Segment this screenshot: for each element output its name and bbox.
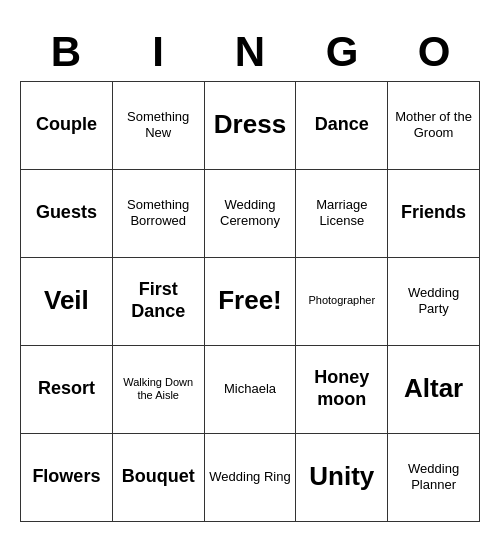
cell-text-21: Bouquet (122, 466, 195, 488)
bingo-cell-17: Michaela (205, 346, 297, 434)
bingo-letter-o: O (388, 23, 480, 81)
cell-text-2: Dress (214, 109, 286, 140)
bingo-letter-b: B (20, 23, 112, 81)
bingo-cell-19: Altar (388, 346, 480, 434)
cell-text-0: Couple (36, 114, 97, 136)
bingo-cell-3: Dance (296, 82, 388, 170)
cell-text-17: Michaela (224, 381, 276, 397)
cell-text-19: Altar (404, 373, 463, 404)
cell-text-12: Free! (218, 285, 282, 316)
bingo-cell-1: Something New (113, 82, 205, 170)
cell-text-11: First Dance (117, 279, 200, 322)
bingo-cell-20: Flowers (21, 434, 113, 522)
cell-text-18: Honey moon (300, 367, 383, 410)
bingo-letter-i: I (112, 23, 204, 81)
cell-text-16: Walking Down the Aisle (117, 376, 200, 402)
cell-text-24: Wedding Planner (392, 461, 475, 492)
bingo-cell-8: Marriage License (296, 170, 388, 258)
cell-text-5: Guests (36, 202, 97, 224)
cell-text-22: Wedding Ring (209, 469, 290, 485)
bingo-cell-14: Wedding Party (388, 258, 480, 346)
bingo-card: BINGO CoupleSomething NewDressDanceMothe… (10, 13, 490, 532)
cell-text-10: Veil (44, 285, 89, 316)
cell-text-23: Unity (309, 461, 374, 492)
bingo-cell-15: Resort (21, 346, 113, 434)
bingo-cell-21: Bouquet (113, 434, 205, 522)
cell-text-4: Mother of the Groom (392, 109, 475, 140)
bingo-cell-6: Something Borrowed (113, 170, 205, 258)
cell-text-13: Photographer (308, 294, 375, 307)
cell-text-9: Friends (401, 202, 466, 224)
bingo-cell-18: Honey moon (296, 346, 388, 434)
bingo-header: BINGO (20, 23, 480, 81)
bingo-letter-n: N (204, 23, 296, 81)
bingo-cell-2: Dress (205, 82, 297, 170)
bingo-cell-11: First Dance (113, 258, 205, 346)
bingo-cell-4: Mother of the Groom (388, 82, 480, 170)
bingo-cell-5: Guests (21, 170, 113, 258)
bingo-grid: CoupleSomething NewDressDanceMother of t… (20, 81, 480, 522)
bingo-cell-12: Free! (205, 258, 297, 346)
cell-text-1: Something New (117, 109, 200, 140)
bingo-cell-24: Wedding Planner (388, 434, 480, 522)
bingo-cell-9: Friends (388, 170, 480, 258)
bingo-cell-22: Wedding Ring (205, 434, 297, 522)
cell-text-20: Flowers (32, 466, 100, 488)
bingo-cell-13: Photographer (296, 258, 388, 346)
cell-text-7: Wedding Ceremony (209, 197, 292, 228)
bingo-cell-7: Wedding Ceremony (205, 170, 297, 258)
cell-text-3: Dance (315, 114, 369, 136)
bingo-cell-23: Unity (296, 434, 388, 522)
cell-text-15: Resort (38, 378, 95, 400)
bingo-cell-16: Walking Down the Aisle (113, 346, 205, 434)
bingo-letter-g: G (296, 23, 388, 81)
bingo-cell-0: Couple (21, 82, 113, 170)
bingo-cell-10: Veil (21, 258, 113, 346)
cell-text-8: Marriage License (300, 197, 383, 228)
cell-text-6: Something Borrowed (117, 197, 200, 228)
cell-text-14: Wedding Party (392, 285, 475, 316)
